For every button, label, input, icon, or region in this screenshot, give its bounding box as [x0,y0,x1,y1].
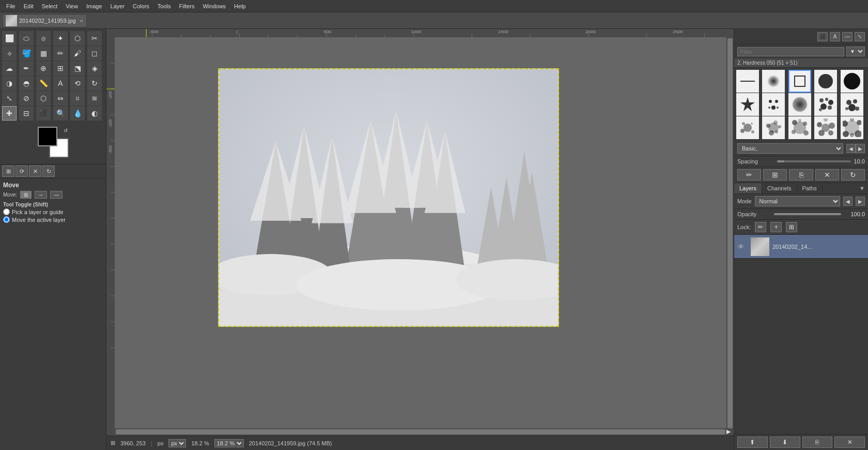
tool-text[interactable]: A [53,76,68,91]
new-image-btn[interactable]: ⊞ [2,166,14,177]
menu-item-filters[interactable]: Filters [175,2,199,10]
tool-paint-bucket[interactable]: 🪣 [19,46,34,61]
brush-delete-btn[interactable]: ✕ [815,169,839,181]
delete-layer-btn[interactable]: ✕ [834,437,865,448]
scrollbar-v-thumb[interactable] [727,38,733,428]
tool-transform[interactable]: ⟲ [70,76,85,91]
brush-cell-soft-round[interactable] [762,70,785,93]
brush-cell-bristle2[interactable] [841,93,863,116]
tool-paths[interactable]: ⟡ [2,46,17,61]
tool-shear[interactable]: ⊘ [19,91,34,106]
tool-warp-transform[interactable]: ≋ [87,91,102,106]
zoom-select[interactable]: 18.2 % [214,439,244,447]
opacity-track[interactable] [774,213,841,215]
tool-perspective-clone[interactable]: ⬔ [70,61,85,76]
mode-select[interactable]: Normal [755,196,840,206]
script-console-btn[interactable]: ⟳ [16,166,28,177]
new-layer-btn[interactable]: ⬆ [737,437,768,448]
spacing-track[interactable] [777,160,850,162]
tool-flip[interactable]: ⇔ [53,91,68,106]
brush-cell-splat3[interactable] [788,116,811,139]
layer-eye-btn[interactable]: 👁 [737,243,748,251]
tool-cage[interactable]: ⌗ [70,91,85,106]
move-layer-btn[interactable]: ⊞ [20,191,32,199]
layer-row[interactable]: 👁 20140202_14... [734,235,868,259]
lock-pixels-btn[interactable]: ✏ [755,222,766,232]
panel-btn-dash[interactable]: — [842,32,853,41]
brush-cell-line-h[interactable] [736,70,759,93]
tool-clone[interactable]: ⊕ [36,61,51,76]
tool-ellipse-select[interactable]: ⬭ [19,31,34,46]
brush-cell-star[interactable] [736,93,759,116]
tool-pencil[interactable]: ✏ [53,46,68,61]
tool-color-picker[interactable]: 💧 [70,106,85,121]
brush-cell-splat2[interactable] [762,116,785,139]
brush-cell-bristle1[interactable] [814,93,837,116]
tool-airbrush[interactable]: ☁ [2,61,17,76]
tool-convolve[interactable]: ◈ [87,61,102,76]
brush-cell-hard-round-selected[interactable] [788,70,811,93]
menu-item-windows[interactable]: Windows [198,2,230,10]
foreground-color-box[interactable] [38,127,57,146]
menu-item-select[interactable]: Select [38,2,62,10]
tool-align[interactable]: ⊟ [19,106,34,121]
brush-cell-soft-scatter[interactable] [788,93,811,116]
menu-item-file[interactable]: File [2,2,20,10]
tool-scissors-select[interactable]: ✂ [87,31,102,46]
tool-rotate[interactable]: ↻ [87,76,102,91]
tool-fuzzy-select[interactable]: ✦ [53,31,68,46]
scrollbar-horizontal[interactable] [115,428,726,436]
tool-ink[interactable]: ✒ [19,61,34,76]
menu-item-edit[interactable]: Edit [20,2,38,10]
brush-cell-splat4[interactable] [814,116,837,139]
tool-perspective[interactable]: ⬡ [36,91,51,106]
lock-alpha-btn[interactable]: ⊞ [786,222,797,232]
tool-smudge[interactable]: ◓ [19,76,34,91]
menu-item-image[interactable]: Image [82,2,106,10]
menu-item-colors[interactable]: Colors [129,2,153,10]
color-reset-arrow[interactable]: ↺ [64,128,68,133]
tool-zoom[interactable]: 🔍 [53,106,68,121]
fg-bg-colors[interactable]: ↺ [38,127,69,158]
tool-measure[interactable]: 📏 [36,76,51,91]
brush-cell-splat1[interactable] [736,116,759,139]
tool-free-select[interactable]: ⌾ [36,31,51,46]
mode-next[interactable]: ▶ [856,197,865,206]
unit-select[interactable]: px [168,439,186,447]
panel-btn-square[interactable]: ⬛ [817,32,828,41]
tab-layers[interactable]: Layers [734,183,762,193]
quit-btn[interactable]: ↻ [42,166,55,177]
move-arrow-btn[interactable]: ↔ [35,191,47,199]
tab-close-btn[interactable]: × [80,18,83,24]
scroll-end-btn[interactable]: ▶ [726,428,734,436]
brush-cell-splat5[interactable] [841,116,863,139]
panel-btn-text[interactable]: A [830,32,840,41]
menu-item-tools[interactable]: Tools [153,2,175,10]
menu-item-help[interactable]: Help [230,2,250,10]
raise-layer-btn[interactable]: ⬇ [770,437,800,448]
move-line-btn[interactable]: — [50,191,63,199]
tool-heal[interactable]: ⊞ [53,61,68,76]
tool-by-color-select[interactable]: ⬡ [70,31,85,46]
mode-prev[interactable]: ◀ [843,197,853,206]
brush-next-btn[interactable]: ▶ [856,144,865,153]
scrollbar-vertical[interactable] [726,37,734,428]
brush-mode-select[interactable]: Basic, [737,143,843,154]
pick-layer-radio[interactable] [3,208,10,215]
move-active-radio[interactable] [3,216,10,223]
layers-panel-menu[interactable]: ▼ [856,184,868,192]
tab-paths[interactable]: Paths [797,183,823,193]
lock-position-btn[interactable]: + [770,222,782,232]
duplicate-layer-btn[interactable]: ⎘ [802,437,833,448]
brush-cell-xlarge[interactable] [841,70,863,93]
brush-filter-dropdown[interactable]: ▼ [846,47,865,56]
brush-prev-btn[interactable]: ◀ [846,144,856,153]
tool-eraser[interactable]: ◻ [87,46,102,61]
menu-item-layer[interactable]: Layer [106,2,129,10]
brush-refresh-btn[interactable]: ↻ [841,169,865,181]
canvas-viewport[interactable] [115,37,726,428]
tool-move[interactable]: ✚ [2,106,17,121]
tool-scale[interactable]: ⤡ [2,91,17,106]
tool-foreground-select[interactable]: ◐ [87,106,102,121]
brush-cell-dots1[interactable] [762,93,785,116]
